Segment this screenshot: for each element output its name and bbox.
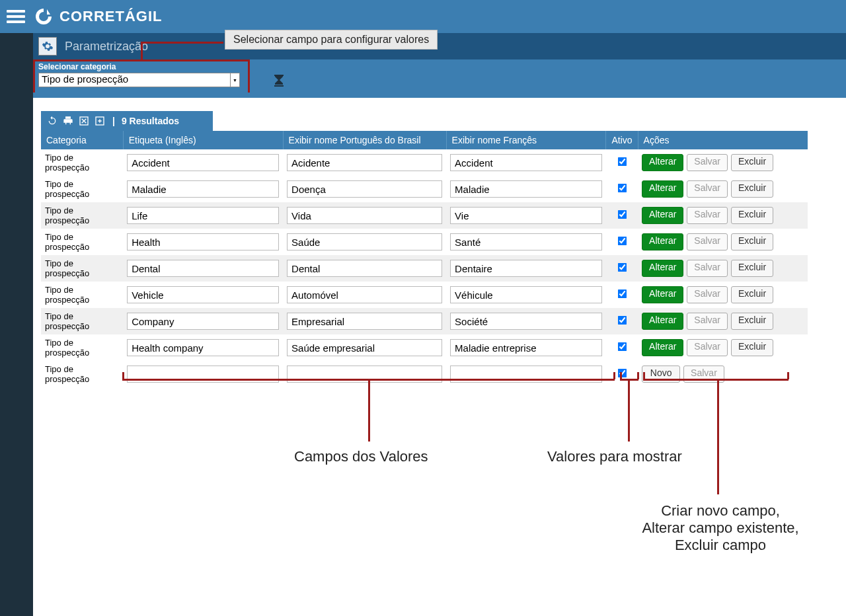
input-nome-pt[interactable]: [287, 286, 442, 303]
checkbox-ativo[interactable]: [617, 316, 627, 325]
annotation-line: [637, 372, 639, 379]
annotation-line: [141, 42, 143, 60]
excluir-button[interactable]: Excluir: [731, 313, 773, 330]
salvar-button[interactable]: Salvar: [687, 260, 728, 277]
annotation-line: [368, 379, 370, 442]
refresh-icon[interactable]: [46, 115, 58, 127]
input-nome-fr[interactable]: [450, 154, 602, 171]
left-sidebar: [0, 33, 33, 616]
annotation-line: [643, 372, 645, 379]
input-etiqueta[interactable]: [127, 180, 279, 198]
input-nome-fr[interactable]: [450, 339, 602, 356]
data-table: Categoria Etiqueta (Inglês) Exibir nome …: [41, 131, 808, 387]
checkbox-ativo[interactable]: [617, 157, 627, 167]
excluir-button[interactable]: Excluir: [731, 339, 773, 356]
input-etiqueta[interactable]: [127, 233, 279, 250]
app-logo: CORRETÁGIL: [33, 6, 162, 27]
annotation-line: [643, 379, 788, 381]
table-row: Tipo de prospecçãoAlterarSalvarExcluir: [41, 176, 808, 202]
export-csv-icon[interactable]: [94, 115, 106, 127]
excluir-button[interactable]: Excluir: [731, 207, 773, 224]
excluir-button[interactable]: Excluir: [731, 154, 773, 171]
excluir-button[interactable]: Excluir: [731, 286, 773, 303]
input-nome-fr[interactable]: [450, 313, 602, 330]
input-nome-pt[interactable]: [287, 154, 442, 171]
excluir-button[interactable]: Excluir: [731, 260, 773, 277]
checkbox-ativo[interactable]: [617, 289, 627, 299]
filter-label: Selecionar categoria: [38, 62, 841, 71]
cell-categoria: Tipo de prospecção: [41, 255, 123, 282]
col-nome-fr[interactable]: Exibir nome Françês: [446, 131, 606, 149]
category-select[interactable]: Tipo de prospecção ▼: [38, 73, 240, 87]
input-nome-fr[interactable]: [450, 233, 602, 250]
input-nome-fr[interactable]: [450, 207, 602, 224]
input-nome-fr[interactable]: [450, 180, 602, 198]
alterar-button[interactable]: Alterar: [642, 154, 683, 171]
input-nome-pt[interactable]: [287, 339, 442, 356]
col-categoria[interactable]: Categoria: [41, 131, 123, 149]
annotation-line: [613, 372, 615, 379]
table-row: Tipo de prospecçãoAlterarSalvarExcluir: [41, 255, 808, 282]
results-toolbar: | 9 Resultados: [41, 111, 213, 131]
tab-strip: Parametrização: [33, 33, 846, 59]
table-row: Tipo de prospecçãoAlterarSalvarExcluir: [41, 229, 808, 255]
annotation-line: [628, 379, 630, 442]
logo-mark-icon: [33, 6, 54, 27]
input-etiqueta[interactable]: [127, 313, 279, 330]
cell-categoria: Tipo de prospecção: [41, 361, 123, 387]
input-nome-fr[interactable]: [450, 286, 602, 303]
salvar-button[interactable]: Salvar: [687, 233, 728, 250]
alterar-button[interactable]: Alterar: [642, 207, 683, 224]
col-ativo[interactable]: Ativo: [606, 131, 638, 149]
input-etiqueta[interactable]: [127, 154, 279, 171]
input-nome-fr[interactable]: [450, 260, 602, 277]
input-nome-pt[interactable]: [287, 313, 442, 330]
alterar-button[interactable]: Alterar: [642, 286, 683, 303]
checkbox-ativo[interactable]: [617, 342, 627, 352]
export-excel-icon[interactable]: [78, 115, 90, 127]
salvar-button[interactable]: Salvar: [687, 154, 728, 171]
annotation-campos-valores: Campos dos Valores: [294, 448, 428, 465]
cell-categoria: Tipo de prospecção: [41, 176, 123, 202]
table-row-new: Tipo de prospecçãoNovoSalvar: [41, 361, 808, 387]
annotation-valores-mostrar: Valores para mostrar: [547, 448, 682, 465]
input-etiqueta[interactable]: [127, 286, 279, 303]
col-etiqueta[interactable]: Etiqueta (Inglês): [123, 131, 283, 149]
excluir-button[interactable]: Excluir: [731, 233, 773, 250]
input-nome-pt[interactable]: [287, 260, 442, 277]
input-etiqueta[interactable]: [127, 207, 279, 224]
excluir-button[interactable]: Excluir: [731, 180, 773, 198]
results-count: 9 Resultados: [122, 116, 179, 126]
checkbox-ativo[interactable]: [617, 263, 627, 272]
alterar-button[interactable]: Alterar: [642, 313, 683, 330]
salvar-button[interactable]: Salvar: [687, 207, 728, 224]
input-etiqueta[interactable]: [127, 260, 279, 277]
checkbox-ativo[interactable]: [617, 184, 627, 193]
tab-parametrizacao[interactable]: Parametrização: [33, 33, 158, 59]
app-name: CORRETÁGIL: [59, 8, 162, 25]
salvar-button[interactable]: Salvar: [687, 339, 728, 356]
checkbox-ativo[interactable]: [617, 210, 627, 219]
svg-rect-0: [274, 75, 284, 76]
input-nome-pt[interactable]: [287, 207, 442, 224]
col-nome-pt[interactable]: Exibir nome Português do Brasil: [283, 131, 446, 149]
hourglass-icon[interactable]: [274, 75, 284, 87]
input-nome-pt[interactable]: [287, 233, 442, 250]
salvar-button[interactable]: Salvar: [687, 180, 728, 198]
input-nome-pt[interactable]: [287, 180, 442, 198]
alterar-button[interactable]: Alterar: [642, 260, 683, 277]
table-row: Tipo de prospecçãoAlterarSalvarExcluir: [41, 282, 808, 308]
col-acoes[interactable]: Ações: [638, 131, 808, 149]
checkbox-ativo[interactable]: [617, 237, 627, 246]
print-icon[interactable]: [62, 115, 74, 127]
input-etiqueta[interactable]: [127, 339, 279, 356]
alterar-button[interactable]: Alterar: [642, 339, 683, 356]
toolbar-separator: |: [112, 116, 115, 126]
hamburger-menu-icon[interactable]: [7, 7, 25, 26]
salvar-button[interactable]: Salvar: [687, 286, 728, 303]
annotation-line: [33, 59, 35, 93]
checkbox-ativo[interactable]: [617, 369, 627, 378]
alterar-button[interactable]: Alterar: [642, 180, 683, 198]
salvar-button[interactable]: Salvar: [687, 313, 728, 330]
alterar-button[interactable]: Alterar: [642, 233, 683, 250]
